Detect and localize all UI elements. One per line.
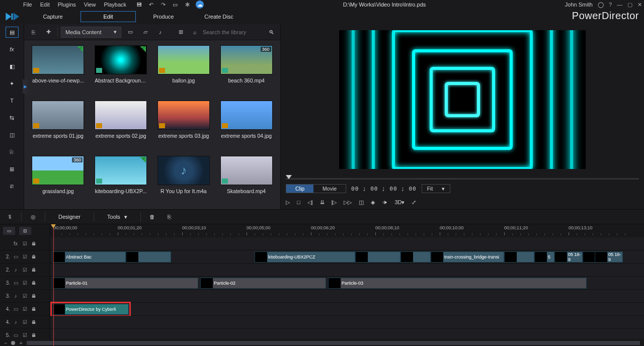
track-lock-icon[interactable]: 🔒︎ <box>30 332 37 338</box>
track-lane[interactable]: PowerDirector by Cyberli <box>50 303 644 315</box>
rail-voice-icon[interactable]: 🎤︎ <box>6 147 18 157</box>
ruler[interactable]: 00;00;00;0000;00;01;2000;00;03;1000;00;0… <box>50 224 644 237</box>
preview-canvas[interactable] <box>339 30 586 169</box>
preview-mode-toggle[interactable]: Clip Movie <box>286 184 346 193</box>
user-icon[interactable]: ◯ <box>598 2 604 8</box>
track-lane[interactable] <box>50 264 644 276</box>
timeline-clip[interactable]: Abstract Bac <box>52 251 126 263</box>
track-lock-icon[interactable]: 🔒︎ <box>30 241 37 246</box>
track-lane[interactable] <box>50 316 644 328</box>
menu-playback[interactable]: Playback <box>104 2 126 8</box>
rail-chapter-icon[interactable]: ⊞ <box>6 164 18 174</box>
tab-capture[interactable]: Capture <box>25 11 80 22</box>
mode-movie[interactable]: Movie <box>313 185 346 193</box>
search-go-icon[interactable]: 🔍︎ <box>265 27 277 38</box>
loop-icon[interactable]: ◈ <box>371 199 375 206</box>
timeline-clip[interactable] <box>355 251 400 263</box>
track-visible-icon[interactable]: ☑ <box>21 280 28 286</box>
split-icon[interactable]: ⥮ <box>4 212 15 222</box>
timeline-clip[interactable]: Particle-03 <box>328 278 587 289</box>
track-visible-icon[interactable]: ☑ <box>21 319 28 325</box>
playhead-icon[interactable] <box>286 175 292 179</box>
minimize-icon[interactable]: — <box>617 2 622 8</box>
scrub-bar[interactable] <box>286 178 639 180</box>
user-name[interactable]: John Smith <box>565 2 593 8</box>
rail-media-icon[interactable]: ▤ <box>6 27 18 37</box>
timeline-clip[interactable]: Particle-02 <box>200 278 326 289</box>
zoom-dot-icon[interactable] <box>11 341 15 345</box>
media-item[interactable]: Abstract Background... <box>91 45 151 94</box>
track-visible-icon[interactable]: ☑ <box>21 293 28 299</box>
mode-clip[interactable]: Clip <box>286 185 313 193</box>
menu-file[interactable]: File <box>23 2 32 8</box>
timeline-clip[interactable]: Particle-01 <box>52 278 198 289</box>
maximize-icon[interactable]: ▢ <box>627 2 632 8</box>
track-visible-icon[interactable]: ☑ <box>21 332 28 338</box>
library-search-icon[interactable]: ⌕ <box>189 27 201 38</box>
help-icon[interactable]: ? <box>609 2 612 8</box>
track-visible-icon[interactable]: ☑ <box>21 267 28 273</box>
timeline-playhead[interactable] <box>53 224 54 346</box>
track-lock-icon[interactable]: 🔒︎ <box>30 280 37 286</box>
zoom-out-icon[interactable]: − <box>4 340 7 346</box>
tab-edit[interactable]: Edit <box>80 11 136 22</box>
redo-icon[interactable]: ↷ <box>159 1 167 8</box>
3d-toggle[interactable]: 3D ▾ <box>394 199 405 206</box>
fast-forward-icon[interactable]: ▷▷ <box>344 199 352 206</box>
trash-icon[interactable]: 🗑︎ <box>147 212 158 222</box>
filter-audio-icon[interactable]: ♪ <box>154 27 167 38</box>
media-item[interactable]: extreme sports 03.jpg <box>154 101 214 149</box>
rail-transition-icon[interactable]: ⇆ <box>6 113 18 123</box>
stop-icon[interactable]: □ <box>297 199 300 205</box>
track-visible-icon[interactable]: ☑ <box>21 254 28 260</box>
tab-create-disc[interactable]: Create Disc <box>191 11 247 22</box>
search-input[interactable] <box>203 29 263 35</box>
track-mode-b[interactable]: ⊟ <box>19 227 31 235</box>
track-lane[interactable] <box>50 329 644 339</box>
menu-edit[interactable]: Edit <box>40 2 50 8</box>
track-lock-icon[interactable]: 🔒︎ <box>30 254 37 260</box>
media-item[interactable]: Skateboard.mp4 <box>216 156 276 204</box>
timeline-clip[interactable]: 5 <box>534 251 554 263</box>
volume-icon[interactable]: 🕩 <box>382 199 387 205</box>
tab-produce[interactable]: Produce <box>136 11 191 22</box>
media-item[interactable]: 360beach 360.mp4 <box>216 45 276 94</box>
track-lane[interactable]: Abstract Backiteboarding-UBX2PCZtrain-cr… <box>50 250 644 263</box>
import-icon[interactable]: ⎘ <box>27 27 39 38</box>
media-item[interactable]: kiteboarding-UBX2P... <box>91 156 151 204</box>
designer-button[interactable]: Designer <box>51 212 88 222</box>
marker-icon[interactable]: ◎ <box>28 212 39 222</box>
rail-title-icon[interactable]: T <box>6 96 18 106</box>
timeline-clip[interactable]: train-crossing_bridge-transi <box>431 251 504 263</box>
undo-icon[interactable]: ↶ <box>147 1 154 8</box>
rail-particle-icon[interactable]: ✦ <box>6 78 18 89</box>
media-item[interactable]: above-view-of-newp... <box>28 45 88 94</box>
track-visible-icon[interactable]: ☑ <box>21 241 28 246</box>
track-lock-icon[interactable]: 🔒︎ <box>30 319 37 325</box>
timeline-clip[interactable]: 05 16-9 <box>554 251 583 263</box>
track-mode-a[interactable]: ▭ <box>3 227 15 235</box>
media-item[interactable]: ♪R You Up for It.m4a <box>154 156 214 204</box>
step-icon[interactable]: ⇊ <box>320 199 325 206</box>
media-item[interactable]: extreme sports 04.jpg <box>216 101 276 149</box>
more-icon[interactable]: ⎘ <box>164 212 175 222</box>
timeline-clip[interactable]: 05 16-9 <box>595 251 623 263</box>
timeline-clip[interactable]: PowerDirector by Cyberli <box>52 304 129 315</box>
undock-icon[interactable]: ⤢ <box>412 199 416 206</box>
track-visible-icon[interactable]: ☑ <box>21 306 28 312</box>
media-item[interactable]: 360grassland.jpg <box>28 156 88 204</box>
ratio-icon[interactable]: ▭ <box>172 1 179 8</box>
zoom-fit-dropdown[interactable]: Fit▾ <box>422 184 451 193</box>
timeline-clip[interactable] <box>504 251 534 263</box>
track-lock-icon[interactable]: 🔒︎ <box>30 267 37 273</box>
menu-view[interactable]: View <box>84 2 96 8</box>
rail-fx-icon[interactable]: fx <box>6 44 18 54</box>
tools-button[interactable]: Tools▾ <box>100 212 134 222</box>
play-icon[interactable]: ▷ <box>286 199 290 206</box>
filter-image-icon[interactable]: ▱ <box>139 27 151 38</box>
timeline-scrollbar[interactable] <box>27 341 640 345</box>
media-item[interactable]: extreme sports 01.jpg <box>28 101 88 149</box>
menu-plugins[interactable]: Plugins <box>58 2 76 8</box>
plugin-icon[interactable]: ✚ <box>42 27 54 38</box>
track-lane[interactable] <box>50 237 644 250</box>
